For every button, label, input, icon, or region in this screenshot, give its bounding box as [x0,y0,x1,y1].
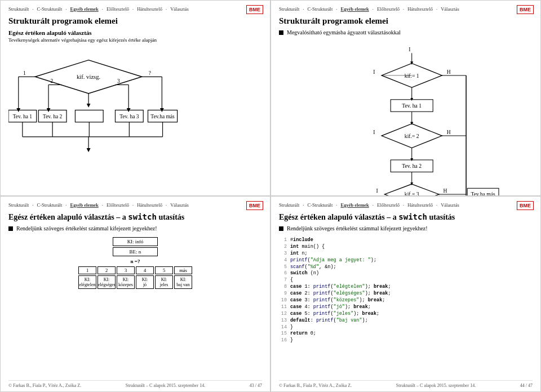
num-5: 5 [155,266,173,274]
slide-41: Strukturált · C-Strukturált · Egyéb elem… [0,0,270,196]
title-code: switch [128,212,157,221]
nav-hatultesztelo: Hátultesztelő [407,6,433,12]
bme-logo: BME [246,5,263,14]
code-line: 5 scanf("%d", &n); [279,264,533,271]
slide-title-44: Egész értéken alapuló választás – a swit… [279,212,533,222]
nav-cstrukturalt: C-Strukturált [37,202,62,208]
svg-text:kif.= 1: kif.= 1 [405,73,419,79]
svg-text:I: I [409,46,410,52]
title-suffix: utasítás [427,213,455,221]
footer-right: 43 / 47 [250,383,262,388]
nav-bar-44: Strukturált · C-Strukturált · Egyéb elem… [279,202,533,208]
nav-sep: · [32,202,33,208]
nav-elolteszelo: Előltesztelő [107,202,129,208]
nav-sep: · [403,202,404,208]
nav-sep: · [436,202,437,208]
svg-text:Tev. ha 3: Tev. ha 3 [119,114,139,119]
number-boxes: 1 2 3 4 5 más [78,266,192,274]
nav-sep: · [403,6,404,12]
code-line: 12 case 5: printf("jeles"); break; [279,311,533,318]
footer-44: © Farkas B., Fiala P., Vítéz A., Zsóka Z… [279,380,533,388]
footer-right: 44 / 47 [520,383,533,388]
n-eq: n =? [131,259,140,264]
nav-sep: · [166,6,167,12]
be-n-box: BE: n [113,247,158,256]
svg-text:H: H [443,188,447,194]
bme-logo: BME [517,5,534,14]
nav-elolteszelo: Előltesztelő [377,202,400,208]
bme-logo: BME [246,201,263,210]
nav-sep: · [32,6,33,12]
nav-bar-42: Strukturált · C-Strukturált · Egyéb elem… [279,6,533,12]
nav-hatultesztelo: Hátultesztelő [137,202,162,208]
svg-text:kif.= 3: kif.= 3 [405,191,419,196]
nav-cstrukturalt: C-Strukturált [307,202,332,208]
code-line: 13 default: printf("baj van"); [279,318,533,324]
svg-text:?: ? [149,70,151,76]
title-suffix: utasítás [157,213,184,221]
svg-text:H: H [447,129,451,135]
code-line: 11 case 4: printf("jó"); break; [279,304,533,311]
ki-közepes: KI:közepes [117,275,135,289]
nav-sep: · [166,202,167,208]
nav-sep: · [65,202,66,208]
nav-strukturalt: Strukturált [279,6,299,12]
bullet-43: Rendeljünk szöveges értékelést számmal k… [8,225,262,231]
nav-strukturalt: Strukturált [8,6,29,12]
footer-center: Strukturált – C alapok 2015. szeptember … [396,383,476,388]
svg-text:kif.= 2: kif.= 2 [405,133,419,139]
nav-sep: · [102,6,103,12]
svg-text:Tev. ha 1: Tev. ha 1 [13,114,32,119]
svg-text:Tev. ha 1: Tev. ha 1 [402,103,422,109]
num-2: 2 [97,266,116,274]
svg-text:kif. vizsg.: kif. vizsg. [77,74,100,80]
nav-strukturalt: Strukturált [279,202,299,208]
code-line: 16} [279,337,533,344]
footer-left: © Farkas B., Fiala P., Vítéz A., Zsóka Z… [8,383,81,388]
nav-sep: · [373,202,374,208]
slide-title-41: Strukturált programok elemei [8,16,262,26]
svg-text:2: 2 [51,78,54,84]
svg-text:1: 1 [23,70,26,76]
svg-text:I: I [373,69,375,75]
code-line: 7{ [279,277,533,284]
code-line: 3 int n; [279,251,533,257]
bullet-icon [279,226,283,231]
nested-flowchart: I kif.= 1 H I Tev. ha 1 kif.= 2 H [279,42,533,196]
nav-hatultesztelo: Hátultesztelő [137,6,162,12]
code-line: 10 case 3: printf("közepes"); break; [279,297,533,304]
bullet-text: Rendeljünk szöveges értékelést számmal k… [287,225,428,231]
num-1: 1 [78,266,96,274]
code-line: 1#include [279,237,533,244]
title-prefix: Egész értéken alapuló választás – a [279,213,398,221]
nav-elolteszelo: Előltesztelő [107,6,129,12]
nav-valasztas: Választás [441,202,459,208]
title-prefix: Egész értéken alapuló választás – a [8,213,128,221]
bullet-icon [279,30,283,35]
slide-42: Strukturált · C-Strukturált · Egyéb elem… [270,0,541,196]
nav-sep: · [65,6,66,12]
nav-sep: · [303,6,304,12]
code-line: 14} [279,324,533,331]
svg-rect-23 [75,110,103,122]
nav-valasztas: Választás [170,202,189,208]
slide-subtitle-text: Tevékenységek alternatív végrehajtása eg… [8,37,262,43]
svg-text:I: I [376,188,378,194]
bullet-text: Rendeljünk szöveges értékelést számmal k… [16,225,157,231]
nav-egyeb: Egyéb elemek [340,6,369,12]
ki-jó: KI:jó [136,275,154,289]
num-mas: más [174,266,192,274]
svg-text:Tev.ha más: Tev.ha más [150,114,175,119]
nav-sep: · [102,202,103,208]
switch-diagram: KI: infó BE: n n =? 1 2 3 4 5 más KI:elé… [8,237,262,289]
ki-jeles: KI:jeles [155,275,173,289]
code-block: 1#include 2int main() {3 int n;4 printf(… [279,237,533,344]
svg-text:I: I [373,129,375,135]
slide-title-43: Egész értéken alapuló választás – a swit… [8,212,262,222]
nav-valasztas: Választás [441,6,459,12]
nav-elolteszelo: Előltesztelő [377,6,400,12]
nav-sep: · [373,6,374,12]
svg-text:3: 3 [117,78,120,84]
code-line: 8 case 1: printf("elégtelen"); break; [279,284,533,291]
code-line: 15 return 0; [279,331,533,337]
